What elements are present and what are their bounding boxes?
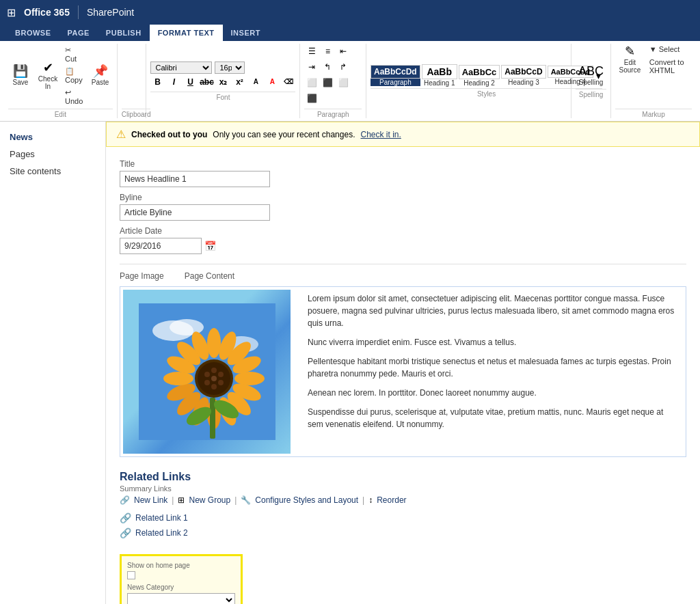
new-link-button[interactable]: New Link <box>134 495 167 505</box>
tab-publish[interactable]: PUBLISH <box>98 25 150 41</box>
top-divider <box>78 5 79 19</box>
checkin-link[interactable]: Check it in. <box>360 130 401 139</box>
indent-button[interactable]: ⇥ <box>304 59 319 74</box>
font-group-label: Font <box>150 92 295 101</box>
date-row: 📅 <box>120 238 686 254</box>
convert-xhtml-button[interactable]: Convert to XHTML <box>647 57 692 76</box>
bold-button[interactable]: B <box>150 75 164 89</box>
waffle-icon[interactable]: ⊞ <box>7 6 16 19</box>
font-color-button[interactable]: A <box>265 75 279 89</box>
new-group-button[interactable]: New Group <box>189 495 230 505</box>
link-icon-1: 🔗 <box>120 495 130 505</box>
tab-insert[interactable]: INSERT <box>223 25 269 41</box>
ribbon-markup-group: ✎ Edit Source ▼ Select Convert to XHTML … <box>611 44 696 118</box>
show-home-row <box>127 571 235 579</box>
office-title: Office 365 <box>24 7 70 18</box>
reorder-icon: ↕ <box>368 495 373 505</box>
tab-format-text[interactable]: FORMAT TEXT <box>150 25 223 41</box>
ribbon-clipboard-group: Clipboard <box>118 44 147 118</box>
notification-bold: Checked out to you <box>131 130 207 139</box>
content-row: Lorem ipsum dolor sit amet, consectetuer… <box>120 286 686 457</box>
form-area: Title Byline Article Date 📅 <box>106 147 700 261</box>
tab-page[interactable]: PAGE <box>59 25 98 41</box>
sidebar: News Pages Site contents <box>0 122 106 604</box>
save-button[interactable]: 💾 Save <box>8 64 33 87</box>
edit-source-icon: ✎ <box>625 45 635 57</box>
style-paragraph[interactable]: AaBbCcDd <box>371 65 420 79</box>
superscript-button[interactable]: x² <box>232 75 246 89</box>
styles-grid: AaBbCcDd Paragraph AaBb Heading 1 AaBbCc… <box>371 64 602 87</box>
rtl-button[interactable]: ↱ <box>336 59 351 74</box>
news-category-select[interactable] <box>127 593 235 604</box>
align-left-button[interactable]: ⬜ <box>304 75 319 90</box>
styles-group-label: Styles <box>371 88 602 98</box>
article-para-2: Nunc viverra imperdiet enim. Fusce est. … <box>308 336 680 348</box>
sidebar-item-pages[interactable]: Pages <box>0 146 105 163</box>
highlight-button[interactable]: A <box>249 75 262 89</box>
summary-links-label: Summary Links <box>120 484 686 493</box>
font-size-select[interactable]: 16px <box>215 61 245 74</box>
sidebar-item-news[interactable]: News <box>0 128 105 146</box>
spelling-button[interactable]: ABC Spelling <box>576 64 606 87</box>
title-input[interactable] <box>120 171 270 187</box>
undo-button[interactable]: ↩ Undo <box>63 87 85 107</box>
sep-2: | <box>234 495 237 505</box>
italic-button[interactable]: I <box>167 75 180 89</box>
ribbon-content: 💾 Save ✔ Check In ✂ Cut 📋 Copy ↩ Undo 📌 … <box>0 41 700 122</box>
related-link-label-2: Related Link 2 <box>135 528 188 538</box>
calendar-icon[interactable]: 📅 <box>204 241 216 251</box>
align-right-button[interactable]: ⬜ <box>336 75 351 90</box>
copy-button[interactable]: 📋 Copy <box>63 66 85 85</box>
numbers-button[interactable]: ≡ <box>320 44 335 59</box>
show-home-label: Show on home page <box>127 562 235 569</box>
svg-point-28 <box>211 376 217 381</box>
byline-input[interactable] <box>120 204 270 221</box>
strikethrough-button[interactable]: abc <box>200 75 213 89</box>
save-label: Save <box>13 79 29 86</box>
sidebar-item-site-contents[interactable]: Site contents <box>0 163 105 180</box>
paste-label: Paste <box>92 79 109 86</box>
cut-button[interactable]: ✂ Cut <box>63 44 85 64</box>
ribbon-edit-inner: 💾 Save ✔ Check In ✂ Cut 📋 Copy ↩ Undo 📌 … <box>8 44 113 118</box>
align-center-button[interactable]: ⬛ <box>320 75 335 90</box>
spelling-inner: ABC Spelling Spelling <box>576 44 606 118</box>
outdent-button[interactable]: ⇤ <box>336 44 351 59</box>
page-content-col: Lorem ipsum dolor sit amet, consectetuer… <box>305 290 683 454</box>
date-input[interactable] <box>120 238 202 254</box>
paste-button[interactable]: 📌 Paste <box>88 64 113 87</box>
align-justify-button[interactable]: ⬛ <box>304 91 319 106</box>
save-icon: 💾 <box>13 65 28 77</box>
show-home-checkbox[interactable] <box>127 571 135 579</box>
subscript-button[interactable]: x₂ <box>216 75 230 89</box>
warning-icon: ⚠ <box>116 128 126 141</box>
configure-button[interactable]: Configure Styles and Layout <box>255 495 358 505</box>
bullets-button[interactable]: ☰ <box>304 44 319 59</box>
related-links-heading: Related Links <box>120 471 686 483</box>
related-link-item-1[interactable]: 🔗 Related Link 1 <box>120 510 686 525</box>
font-family-select[interactable]: Calibri <box>150 61 212 74</box>
page-content-label: Page Content <box>185 271 234 281</box>
top-bar: ⊞ Office 365 SharePoint <box>0 0 700 25</box>
sharepoint-title: SharePoint <box>87 7 134 18</box>
select-button[interactable]: ▼ Select <box>647 44 692 55</box>
tab-browse[interactable]: BROWSE <box>7 25 59 41</box>
style-h1[interactable]: AaBb <box>422 64 457 79</box>
style-h3[interactable]: AaBbCcD <box>501 65 546 79</box>
ribbon-font-group: Calibri 16px B I U abc x₂ x² A A ⌫ Font <box>146 44 300 118</box>
ltr-button[interactable]: ↰ <box>320 59 335 74</box>
article-para-3: Pellentesque habitant morbi tristique se… <box>308 355 680 380</box>
checkin-button[interactable]: ✔ Check In <box>36 60 60 92</box>
article-text[interactable]: Lorem ipsum dolor sit amet, consectetuer… <box>305 290 683 454</box>
sep-1: | <box>172 495 174 505</box>
styles-inner: AaBbCcDd Paragraph AaBb Heading 1 AaBbCc… <box>371 44 602 118</box>
underline-button[interactable]: U <box>183 75 197 89</box>
paragraph-group-label: Paragraph <box>304 109 362 118</box>
article-para-1: Lorem ipsum dolor sit amet, consectetuer… <box>308 292 680 329</box>
article-para-4: Aenean nec lorem. In porttitor. Donec la… <box>308 387 680 399</box>
clear-format-button[interactable]: ⌫ <box>282 75 295 89</box>
related-link-item-2[interactable]: 🔗 Related Link 2 <box>120 525 686 540</box>
style-h2[interactable]: AaBbCc <box>459 65 500 79</box>
edit-source-button[interactable]: ✎ Edit Source <box>615 44 645 75</box>
font-inner: Calibri 16px B I U abc x₂ x² A A ⌫ Font <box>150 44 295 118</box>
reorder-button[interactable]: Reorder <box>377 495 406 505</box>
